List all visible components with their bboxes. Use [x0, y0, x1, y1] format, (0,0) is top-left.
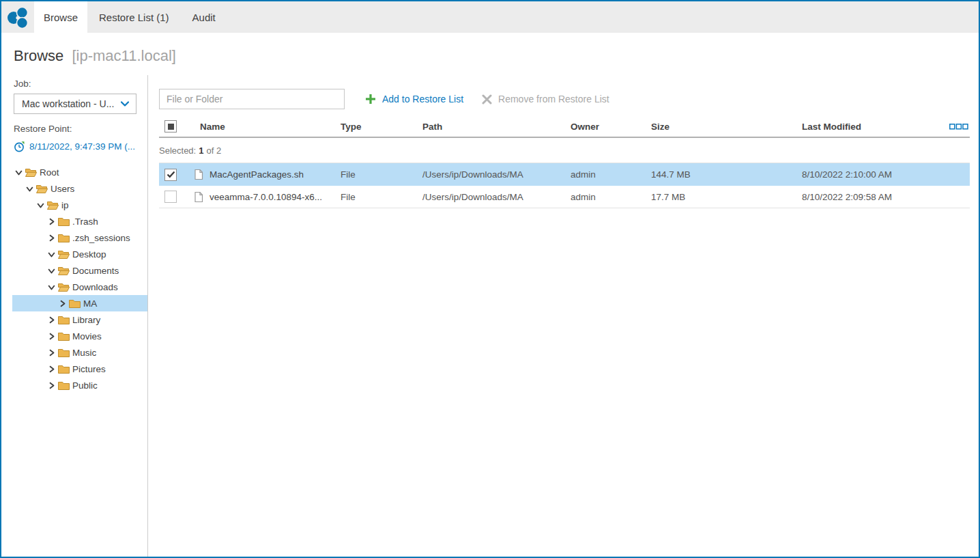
- folder-closed-icon: [57, 331, 72, 341]
- chevron-down-icon[interactable]: [46, 282, 57, 292]
- selection-summary: Selected: 1 of 2: [159, 138, 970, 163]
- tree-item-label: Desktop: [72, 249, 106, 260]
- page-title: Browse [ip-mac11.local]: [14, 47, 979, 65]
- tree-item-users[interactable]: Users: [12, 180, 147, 197]
- file-name: MacAgentPackages.sh: [210, 169, 304, 180]
- chevron-down-icon[interactable]: [25, 184, 35, 194]
- tree-item-zsh-sessions[interactable]: .zsh_sessions: [12, 229, 147, 246]
- tree-item-label: Users: [51, 184, 74, 194]
- tab-restore-list-1[interactable]: Restore List (1): [87, 1, 181, 33]
- cell-path: /Users/ip/Downloads/MA: [417, 192, 565, 202]
- page-title-host: [ip-mac11.local]: [72, 47, 175, 64]
- column-header-size[interactable]: Size: [646, 122, 796, 132]
- row-select-cell: [159, 191, 192, 203]
- add-to-restore-list-label: Add to Restore List: [382, 94, 463, 104]
- tree-item-documents[interactable]: Documents: [12, 262, 147, 279]
- tree-item-ip[interactable]: ip: [12, 197, 147, 213]
- select-all-checkbox[interactable]: [164, 120, 177, 132]
- folder-closed-icon: [57, 380, 72, 391]
- tree-item-label: MA: [83, 298, 97, 309]
- clock-icon: [14, 141, 25, 152]
- column-chooser-icon[interactable]: [949, 124, 968, 130]
- remove-from-restore-list-button[interactable]: Remove from Restore List: [482, 94, 609, 104]
- restore-point-value: 8/11/2022, 9:47:39 PM (...: [29, 141, 135, 152]
- cell-path: /Users/ip/Downloads/MA: [417, 169, 565, 180]
- chevron-down-icon[interactable]: [46, 266, 57, 276]
- tree-item-pictures[interactable]: Pictures: [12, 361, 147, 377]
- column-header-path[interactable]: Path: [417, 122, 565, 132]
- folder-closed-icon: [57, 216, 72, 227]
- toolbar: Add to Restore List Remove from Restore …: [159, 89, 970, 109]
- folder-open-icon: [57, 265, 72, 276]
- add-to-restore-list-button[interactable]: Add to Restore List: [365, 94, 463, 104]
- plus-icon: [365, 94, 376, 104]
- indeterminate-mark: [168, 124, 174, 130]
- chevron-right-icon[interactable]: [46, 380, 57, 391]
- chevron-right-icon[interactable]: [46, 315, 57, 325]
- job-select[interactable]: Mac workstation - U...: [14, 94, 136, 114]
- table-row[interactable]: veeamma-7.0.0.10894-x6...File/Users/ip/D…: [159, 186, 970, 208]
- file-icon: [194, 169, 203, 180]
- selection-summary-suffix: of 2: [206, 145, 221, 156]
- job-label: Job:: [14, 79, 147, 89]
- tree-item-root[interactable]: Root: [12, 164, 147, 180]
- tree-item-desktop[interactable]: Desktop: [12, 246, 147, 262]
- app-logo: [1, 1, 34, 33]
- search-input[interactable]: [159, 89, 345, 109]
- tree-item-label: .zsh_sessions: [72, 233, 130, 243]
- chevron-right-icon[interactable]: [57, 298, 68, 309]
- cell-owner: admin: [565, 169, 646, 180]
- select-all-cell: [159, 120, 192, 132]
- tree-item-movies[interactable]: Movies: [12, 328, 147, 344]
- folder-open-icon: [46, 199, 61, 210]
- table-row[interactable]: MacAgentPackages.shFile/Users/ip/Downloa…: [159, 163, 970, 186]
- column-header-name[interactable]: Name: [192, 122, 335, 132]
- sidebar: Job: Mac workstation - U... Restore Poin…: [1, 75, 148, 557]
- column-header-type[interactable]: Type: [335, 122, 417, 132]
- tab-audit[interactable]: Audit: [181, 1, 227, 33]
- file-name: veeamma-7.0.0.10894-x6...: [210, 192, 322, 202]
- column-header-last-modified[interactable]: Last Modified: [796, 122, 942, 132]
- folder-tree: RootUsersip.Trash.zsh_sessionsDesktopDoc…: [1, 164, 147, 393]
- tab-browse[interactable]: Browse: [34, 1, 87, 33]
- chevron-right-icon[interactable]: [46, 233, 57, 243]
- folder-open-icon: [35, 183, 51, 194]
- chevron-right-icon[interactable]: [46, 348, 57, 358]
- cell-type: File: [335, 169, 417, 180]
- folder-closed-icon: [57, 314, 72, 325]
- chevron-right-icon[interactable]: [46, 331, 57, 341]
- chevron-down-icon[interactable]: [35, 200, 46, 210]
- folder-closed-icon: [57, 232, 72, 243]
- row-select-cell: [159, 169, 192, 181]
- tree-item-library[interactable]: Library: [12, 311, 147, 328]
- folder-closed-icon: [57, 347, 72, 358]
- tree-item-label: Music: [72, 348, 96, 358]
- chevron-down-icon[interactable]: [14, 167, 24, 178]
- checkmark-icon: [167, 171, 175, 178]
- veeam-cloud-logo-icon: [6, 5, 29, 29]
- column-chooser-cell: [942, 124, 970, 130]
- restore-point-link[interactable]: 8/11/2022, 9:47:39 PM (...: [14, 141, 147, 152]
- main-pane: Add to Restore List Remove from Restore …: [148, 75, 979, 557]
- tree-item-label: Documents: [72, 266, 119, 276]
- cell-type: File: [335, 192, 417, 202]
- file-name-cell: MacAgentPackages.sh: [192, 169, 335, 180]
- tree-item-downloads[interactable]: Downloads: [12, 279, 147, 295]
- tree-item-label: Pictures: [72, 364, 106, 374]
- row-checkbox[interactable]: [164, 191, 177, 203]
- tree-item-public[interactable]: Public: [12, 377, 147, 393]
- chevron-down-icon[interactable]: [46, 249, 57, 260]
- folder-closed-icon: [68, 298, 83, 309]
- tree-item-label: Downloads: [72, 282, 118, 292]
- tree-item-music[interactable]: Music: [12, 344, 147, 361]
- cell-modified: 8/10/2022 2:09:58 AM: [796, 192, 942, 202]
- chevron-right-icon[interactable]: [46, 364, 57, 374]
- selection-summary-prefix: Selected:: [159, 145, 196, 156]
- tree-item-ma[interactable]: MA: [12, 295, 147, 311]
- folder-closed-icon: [57, 363, 72, 374]
- tree-item-trash[interactable]: .Trash: [12, 213, 147, 229]
- chevron-right-icon[interactable]: [46, 217, 57, 227]
- row-checkbox[interactable]: [164, 169, 177, 181]
- column-header-owner[interactable]: Owner: [565, 122, 646, 132]
- tree-item-label: Root: [40, 167, 59, 178]
